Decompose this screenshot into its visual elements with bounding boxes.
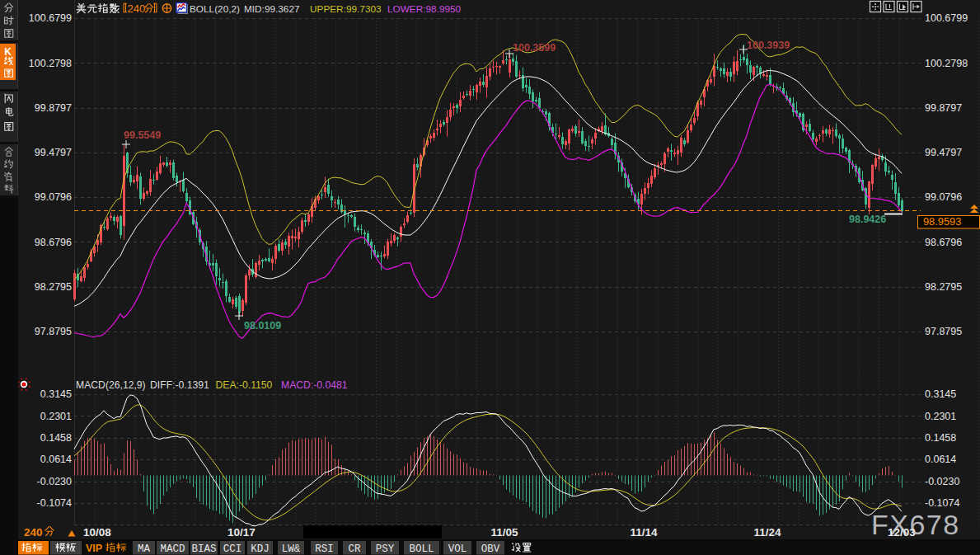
svg-text:99.8797: 99.8797 — [925, 102, 962, 114]
svg-text:BIAS: BIAS — [191, 543, 216, 555]
svg-text:MACD: MACD — [160, 543, 185, 555]
svg-text:99.0796: 99.0796 — [35, 191, 72, 203]
svg-text:RSI: RSI — [315, 543, 334, 555]
svg-text:99.5549: 99.5549 — [124, 129, 161, 141]
svg-text:97.8795: 97.8795 — [925, 326, 962, 337]
svg-text:DEA:-0.1150: DEA:-0.1150 — [216, 379, 273, 391]
svg-text:BOLL: BOLL — [409, 543, 434, 555]
svg-text:OBV: OBV — [481, 543, 500, 555]
svg-text:100.2798: 100.2798 — [925, 58, 968, 69]
svg-text:-0.1074: -0.1074 — [925, 497, 959, 509]
svg-text:99.4797: 99.4797 — [925, 147, 962, 158]
svg-text:PSY: PSY — [376, 543, 395, 555]
svg-text:0.0614: 0.0614 — [925, 454, 956, 465]
svg-text:100.2798: 100.2798 — [29, 58, 72, 69]
svg-text:11/14: 11/14 — [630, 526, 658, 539]
svg-text:98.2795: 98.2795 — [925, 281, 962, 293]
svg-text:-0.1074: -0.1074 — [37, 497, 72, 509]
svg-text:98.2795: 98.2795 — [35, 281, 72, 293]
svg-text:MID:99.3627: MID:99.3627 — [244, 3, 300, 15]
svg-text:CCI: CCI — [223, 543, 242, 555]
svg-text:UPPER:99.7303: UPPER:99.7303 — [310, 3, 382, 15]
svg-text:100.6799: 100.6799 — [29, 12, 72, 24]
svg-text:MA: MA — [138, 543, 151, 555]
svg-text:240: 240 — [128, 2, 146, 15]
svg-text:10/08: 10/08 — [83, 526, 111, 539]
svg-text:100.3939: 100.3939 — [747, 40, 790, 51]
svg-text:0.2301: 0.2301 — [40, 411, 72, 422]
svg-text:KDJ: KDJ — [251, 543, 270, 555]
svg-text:0.3145: 0.3145 — [40, 388, 72, 400]
svg-text:MACD(26,12,9): MACD(26,12,9) — [76, 379, 146, 391]
svg-text:98.0109: 98.0109 — [244, 320, 281, 332]
svg-text:97.8795: 97.8795 — [35, 326, 72, 337]
svg-text:240: 240 — [24, 526, 43, 539]
svg-text:99.0796: 99.0796 — [925, 191, 962, 203]
svg-text:11/05: 11/05 — [490, 526, 518, 539]
svg-text:11/24: 11/24 — [753, 526, 781, 539]
svg-text:100.6799: 100.6799 — [925, 12, 968, 24]
svg-text:LW&: LW& — [282, 543, 301, 555]
svg-text:10/17: 10/17 — [227, 526, 256, 539]
svg-text:-0.0230: -0.0230 — [925, 476, 959, 487]
svg-text:99.4797: 99.4797 — [35, 147, 72, 158]
svg-text:-0.0230: -0.0230 — [37, 476, 72, 487]
svg-text:MACD:-0.0481: MACD:-0.0481 — [281, 379, 348, 391]
svg-text:98.9426: 98.9426 — [849, 214, 886, 225]
svg-text:100.3599: 100.3599 — [513, 42, 556, 54]
svg-text:0.0614: 0.0614 — [40, 454, 72, 465]
svg-text:0.2301: 0.2301 — [925, 411, 956, 422]
svg-text:DIFF:-0.1391: DIFF:-0.1391 — [150, 379, 209, 391]
svg-text:12/03: 12/03 — [888, 526, 916, 539]
svg-text:VIP: VIP — [86, 543, 102, 554]
svg-text:98.6796: 98.6796 — [35, 237, 72, 248]
svg-text:0.1458: 0.1458 — [40, 432, 72, 444]
svg-text:0.1458: 0.1458 — [925, 432, 956, 444]
svg-text:CR: CR — [348, 543, 361, 555]
svg-text:VOL: VOL — [448, 543, 467, 555]
svg-text:BOLL(20,2): BOLL(20,2) — [190, 3, 240, 15]
svg-text:K: K — [4, 46, 12, 58]
svg-text:LOWER:98.9950: LOWER:98.9950 — [387, 3, 462, 15]
svg-text:0.3145: 0.3145 — [925, 388, 956, 400]
svg-text:99.8797: 99.8797 — [35, 102, 72, 114]
svg-text:98.9593: 98.9593 — [923, 215, 961, 228]
svg-text:98.6796: 98.6796 — [925, 237, 962, 248]
